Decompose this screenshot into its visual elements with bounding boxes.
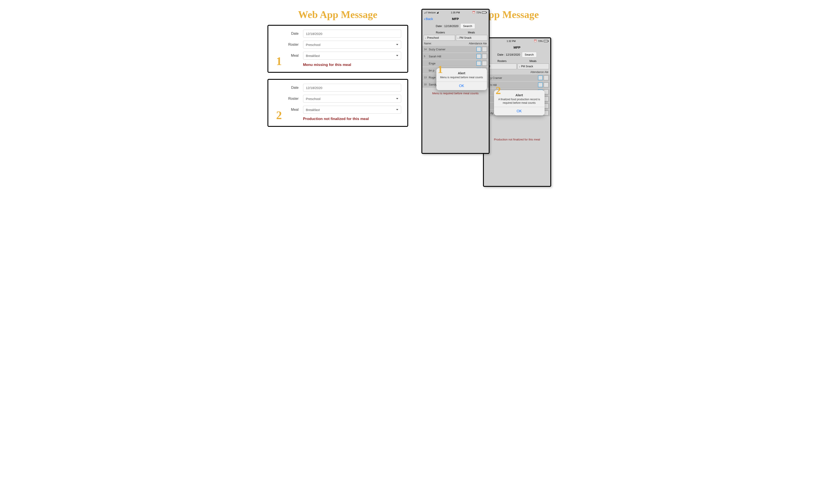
battery-percent: 73% bbox=[538, 40, 543, 43]
rosters-header: Rosters bbox=[498, 60, 507, 63]
chevron-down-icon bbox=[396, 109, 398, 110]
alert-message: A finalized food production record is re… bbox=[498, 98, 541, 105]
ate-checkbox[interactable] bbox=[482, 54, 487, 59]
roster-select[interactable]: Preschool bbox=[303, 95, 401, 103]
date-label: Date bbox=[275, 32, 303, 35]
list-item: h Hill bbox=[484, 82, 550, 89]
rosters-header: Rosters bbox=[436, 31, 445, 34]
meal-dropdown[interactable]: ↓PM Snack bbox=[518, 64, 549, 69]
nav-title: MFP bbox=[514, 46, 521, 49]
error-message: Production not finalized for this meal bbox=[484, 134, 550, 145]
alert-dialog-2: Alert A finalized food production record… bbox=[494, 90, 544, 115]
alarm-icon: ⏰ bbox=[534, 39, 537, 43]
alarm-icon: ⏰ bbox=[472, 11, 475, 14]
arrow-down-icon: ↓ bbox=[425, 36, 427, 39]
annotation-number-1: 1 bbox=[438, 64, 443, 75]
date-label: Date bbox=[275, 86, 303, 90]
search-button[interactable]: Search bbox=[460, 23, 475, 29]
attendance-header: Attendance bbox=[469, 42, 482, 45]
attendance-checkbox[interactable] bbox=[476, 61, 481, 66]
date-label: Date : 12/18/2020 bbox=[497, 53, 520, 56]
attendance-checkbox[interactable] bbox=[476, 47, 481, 52]
name-header: Name: bbox=[424, 42, 432, 45]
roster-label: Roster bbox=[275, 97, 303, 101]
alert-title: Alert bbox=[440, 71, 483, 75]
status-bar: Verizon ◢ 1:35 PM ⏰ 72% bbox=[422, 10, 489, 15]
status-time: 1:32 PM bbox=[507, 40, 516, 43]
list-item: y Cramer bbox=[484, 75, 550, 82]
meal-select[interactable]: Breakfast bbox=[303, 106, 401, 114]
annotation-number-2: 2 bbox=[276, 110, 282, 121]
nav-bar: ‹Back MFP bbox=[422, 15, 489, 22]
nav-title: MFP bbox=[452, 17, 459, 21]
roster-label: Roster bbox=[275, 43, 303, 47]
web-heading: Web App Message bbox=[298, 9, 377, 20]
arrow-down-icon: ↓ bbox=[457, 36, 459, 39]
web-card-1: Date 12/18/2020 Roster Preschool Meal Br… bbox=[268, 25, 408, 73]
list-item: 5Sarah Hill bbox=[422, 53, 489, 60]
attendance-checkbox[interactable] bbox=[538, 82, 543, 87]
chevron-left-icon: ‹ bbox=[424, 17, 425, 21]
signal-icon bbox=[425, 11, 427, 13]
date-label: Date : 12/18/2020 bbox=[436, 24, 458, 28]
ate-header: Ate bbox=[483, 42, 487, 45]
roster-dropdown[interactable]: ↓Preschool bbox=[424, 35, 455, 41]
meal-dropdown[interactable]: ↓PM Snack bbox=[456, 35, 487, 41]
arrow-down-icon: ↓ bbox=[519, 65, 520, 68]
list-item: Enge bbox=[422, 60, 489, 67]
date-input[interactable]: 12/18/2020 bbox=[303, 84, 401, 92]
ate-checkbox[interactable] bbox=[544, 75, 548, 80]
annotation-number-1: 1 bbox=[276, 56, 282, 67]
ok-button[interactable]: OK bbox=[436, 82, 487, 90]
battery-icon bbox=[544, 40, 548, 42]
web-card-2: Date 12/18/2020 Roster Preschool Meal Br… bbox=[268, 79, 408, 127]
ate-checkbox[interactable] bbox=[482, 61, 487, 66]
roster-dropdown[interactable]: ool bbox=[485, 64, 517, 69]
meals-header: Meals bbox=[468, 31, 475, 34]
meals-header: Meals bbox=[529, 60, 536, 63]
date-input[interactable]: 12/18/2020 bbox=[303, 30, 401, 37]
status-time: 1:35 PM bbox=[451, 11, 460, 14]
carrier-label: Verizon bbox=[428, 11, 436, 14]
chevron-down-icon bbox=[396, 98, 398, 99]
attendance-header: Attendance bbox=[530, 71, 544, 74]
battery-percent: 72% bbox=[476, 11, 481, 14]
ate-header: Ate bbox=[544, 71, 548, 74]
attendance-checkbox[interactable] bbox=[476, 54, 481, 59]
annotation-number-2: 2 bbox=[496, 85, 501, 96]
ate-checkbox[interactable] bbox=[482, 47, 487, 52]
wifi-icon: ◢ bbox=[437, 11, 438, 14]
nav-bar: MFP bbox=[484, 44, 550, 51]
back-button[interactable]: ‹Back bbox=[424, 17, 433, 21]
error-message: Production not finalized for this meal bbox=[303, 117, 401, 121]
ate-checkbox[interactable] bbox=[544, 82, 548, 87]
search-button[interactable]: Search bbox=[522, 52, 537, 57]
alert-dialog-1: Alert Menu is required before meal count… bbox=[436, 68, 487, 90]
chevron-down-icon bbox=[396, 44, 398, 45]
list-item: 14Suzy Cramer bbox=[422, 46, 489, 53]
battery-icon bbox=[482, 11, 486, 14]
roster-select[interactable]: Preschool bbox=[303, 41, 401, 49]
chevron-down-icon bbox=[396, 55, 398, 56]
meal-select[interactable]: Breakfast bbox=[303, 52, 401, 60]
error-message: Menu missing for this meal bbox=[303, 63, 401, 67]
status-bar: 1:32 PM ⏰ 73% bbox=[484, 38, 550, 44]
ok-button[interactable]: OK bbox=[494, 107, 544, 115]
alert-message: Menu is required before meal counts bbox=[440, 76, 483, 79]
alert-title: Alert bbox=[498, 93, 541, 97]
attendance-checkbox[interactable] bbox=[538, 75, 543, 80]
